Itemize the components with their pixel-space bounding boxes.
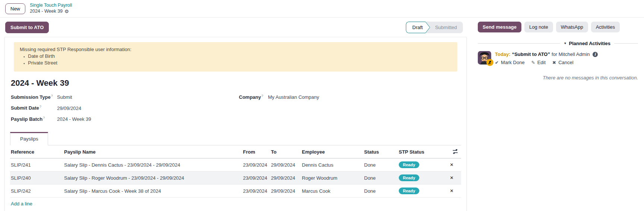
- tab-payslips[interactable]: Payslips: [10, 132, 48, 145]
- statusbar: Draft Submitted: [406, 22, 463, 33]
- field-label: Submit Date?: [11, 105, 56, 111]
- alert-item: Date of Birth: [20, 53, 451, 60]
- chatter-buttons: Send message Log note WhatsApp Activitie…: [478, 18, 638, 32]
- form-control-row: Submit to ATO Draft Submitted: [0, 18, 468, 37]
- breadcrumb-record-label: 2024 - Week 39: [30, 9, 63, 15]
- delete-row-icon[interactable]: ✕: [445, 162, 458, 167]
- col-header-to[interactable]: To: [270, 146, 301, 158]
- divider: [478, 43, 560, 44]
- submit-date-value[interactable]: 29/09/2024: [57, 106, 81, 111]
- cell-status[interactable]: Done: [363, 185, 398, 198]
- cell-payslip-name[interactable]: Salary Slip - Marcus Cook - Week 38 of 2…: [63, 185, 242, 198]
- table-row[interactable]: SLIP/241 Salary Slip - Dennis Cactus - 2…: [10, 158, 461, 171]
- cell-status[interactable]: Done: [363, 171, 398, 185]
- breadcrumb-record: 2024 - Week 39 ⚙: [30, 9, 72, 15]
- statusbar-arrow-icon: [425, 22, 430, 33]
- field-group: Submission Type? Submit Submit Date? 29/…: [11, 94, 461, 127]
- activity-body: Today: “Submit to ATO” for Mitchell Admi…: [495, 51, 598, 65]
- cell-status[interactable]: Done: [363, 158, 398, 171]
- mark-done-button[interactable]: ✔ Mark Done: [495, 60, 525, 65]
- activity-actions: ✔ Mark Done ✎ Edit ✖ Cancel: [495, 60, 598, 65]
- cell-employee[interactable]: Dennis Cactus: [301, 158, 363, 171]
- activity-type-badge: [486, 59, 493, 66]
- col-header-employee[interactable]: Employee: [301, 146, 363, 158]
- pencil-icon: ✎: [531, 60, 535, 65]
- log-note-button[interactable]: Log note: [524, 22, 553, 32]
- activity-assignee: for Mitchell Admin: [552, 51, 590, 57]
- field-label: Payslip Batch?: [11, 116, 56, 122]
- payslip-batch-value[interactable]: 2024 - Week 39: [57, 116, 91, 122]
- table-row[interactable]: SLIP/240 Salary Slip - Roger Woodrum - 2…: [10, 171, 461, 185]
- cell-to[interactable]: 29/09/2024: [270, 171, 301, 185]
- cell-employee[interactable]: Roger Woodrum: [301, 171, 363, 185]
- edit-activity-button[interactable]: ✎ Edit: [531, 60, 546, 65]
- statusbar-stage-submitted[interactable]: Submitted: [430, 22, 463, 33]
- status-badge: Ready: [399, 174, 419, 181]
- main-area: Submit to ATO Draft Submitted Missing re…: [0, 18, 644, 211]
- cell-reference[interactable]: SLIP/240: [10, 171, 63, 185]
- breadcrumb: Single Touch Payroll 2024 - Week 39 ⚙: [30, 3, 72, 15]
- help-marker-icon: ?: [40, 105, 41, 108]
- table-header-row: Reference Payslip Name From To Employee …: [10, 146, 461, 158]
- submit-to-ato-button[interactable]: Submit to ATO: [5, 22, 49, 33]
- submission-type-value[interactable]: Submit: [57, 94, 72, 100]
- gear-icon[interactable]: ⚙: [64, 9, 69, 15]
- avatar[interactable]: [478, 51, 491, 64]
- form-pane: Submit to ATO Draft Submitted Missing re…: [0, 18, 468, 211]
- field-submission-type: Submission Type? Submit: [11, 94, 239, 100]
- delete-row-icon[interactable]: ✕: [445, 188, 458, 193]
- cell-to[interactable]: 29/09/2024: [270, 185, 301, 198]
- activity-summary: “Submit to ATO”: [512, 51, 550, 57]
- planned-activities-toggle[interactable]: ▼ Planned Activities: [560, 41, 614, 46]
- alert-item: Private Street: [20, 60, 451, 66]
- breadcrumb-bar: New Single Touch Payroll 2024 - Week 39 …: [0, 0, 644, 18]
- table-row[interactable]: SLIP/242 Salary Slip - Marcus Cook - Wee…: [10, 185, 461, 198]
- sliders-icon: [452, 149, 458, 154]
- cell-to[interactable]: 29/09/2024: [270, 158, 301, 171]
- divider: [614, 43, 638, 44]
- cell-employee[interactable]: Marcus Cook: [301, 185, 363, 198]
- field-label: Submission Type?: [11, 94, 56, 100]
- col-header-status[interactable]: Status: [363, 146, 398, 158]
- help-marker-icon: ?: [43, 116, 45, 120]
- info-icon[interactable]: i: [593, 52, 598, 57]
- activities-button[interactable]: Activities: [591, 22, 620, 32]
- field-company: Company? My Australian Company: [239, 94, 319, 100]
- no-messages-text: There are no messages in this conversati…: [478, 75, 638, 81]
- form-sheet: Missing required STP Responsible user in…: [4, 37, 467, 211]
- caret-down-icon: ▼: [564, 42, 567, 45]
- cell-stp-status: Ready: [398, 185, 445, 198]
- cancel-activity-button[interactable]: ✖ Cancel: [552, 60, 574, 65]
- cell-stp-status: Ready: [398, 171, 445, 185]
- new-record-button[interactable]: New: [5, 3, 25, 14]
- cell-from[interactable]: 23/09/2024: [242, 158, 270, 171]
- alert-item-list: Date of Birth Private Street: [20, 53, 451, 66]
- cell-from[interactable]: 23/09/2024: [242, 185, 270, 198]
- page-title: 2024 - Week 39: [11, 78, 461, 88]
- status-badge: Ready: [399, 161, 419, 168]
- col-header-payslip-name[interactable]: Payslip Name: [63, 146, 242, 158]
- notebook-tabs: Payslips: [10, 132, 461, 145]
- delete-row-icon[interactable]: ✕: [445, 175, 458, 180]
- col-header-from[interactable]: From: [242, 146, 270, 158]
- whatsapp-button[interactable]: WhatsApp: [556, 22, 588, 32]
- cell-from[interactable]: 23/09/2024: [242, 171, 270, 185]
- activity-item: Today: “Submit to ATO” for Mitchell Admi…: [478, 51, 638, 65]
- col-header-reference[interactable]: Reference: [10, 146, 63, 158]
- cell-payslip-name[interactable]: Salary Slip - Roger Woodrum - 23/09/2024…: [63, 171, 242, 185]
- company-value[interactable]: My Australian Company: [268, 94, 319, 100]
- breadcrumb-app-link[interactable]: Single Touch Payroll: [30, 3, 72, 9]
- cell-delete: ✕: [445, 158, 461, 171]
- send-message-button[interactable]: Send message: [478, 22, 521, 32]
- cell-payslip-name[interactable]: Salary Slip - Dennis Cactus - 23/09/2024…: [63, 158, 242, 171]
- cell-reference[interactable]: SLIP/241: [10, 158, 63, 171]
- col-header-stp-status[interactable]: STP Status: [398, 146, 445, 158]
- field-column-left: Submission Type? Submit Submit Date? 29/…: [11, 94, 239, 127]
- add-a-line-link[interactable]: Add a line: [10, 198, 32, 210]
- cell-reference[interactable]: SLIP/242: [10, 185, 63, 198]
- optional-columns-button[interactable]: [445, 146, 461, 158]
- statusbar-stage-draft[interactable]: Draft: [406, 22, 430, 33]
- cell-delete: ✕: [445, 171, 461, 185]
- field-payslip-batch: Payslip Batch? 2024 - Week 39: [11, 116, 239, 122]
- cell-delete: ✕: [445, 185, 461, 198]
